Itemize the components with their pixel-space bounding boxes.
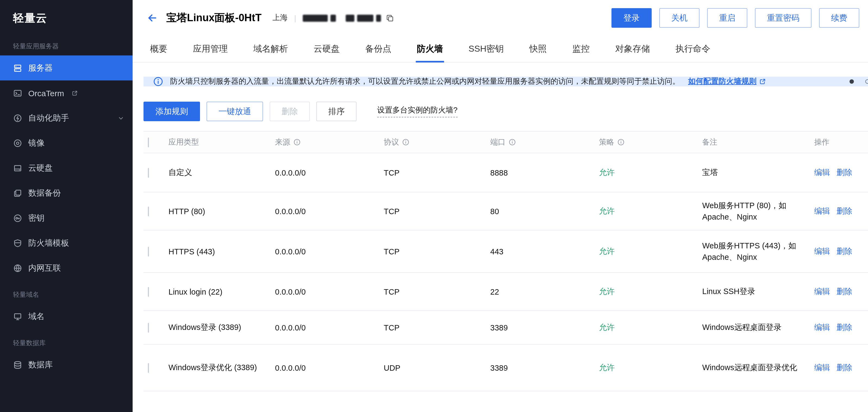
main-panel: 宝塔Linux面板-0HtT 上海 | 登录 关机 重启 重置密码 续费 概要 …	[133, 0, 868, 412]
rules-toolbar: 添加规则 一键放通 删除 排序 设置多台实例的防火墙?	[144, 102, 868, 121]
col-label: 操作	[814, 137, 829, 147]
sidebar-item-cloud-disk[interactable]: 云硬盘	[0, 155, 133, 181]
cell-port: 22	[490, 273, 599, 311]
sidebar-item-automation-assistant[interactable]: 自动化助手	[0, 105, 133, 130]
delete-link[interactable]: 删除	[836, 168, 852, 177]
back-button[interactable]	[147, 12, 158, 23]
sidebar-item-label: 密钥	[28, 213, 44, 223]
server-icon	[13, 63, 22, 72]
cell-remark: Windows远程桌面登录优化	[702, 344, 814, 391]
cell-protocol: TCP	[384, 273, 490, 311]
table-header-row: 应用类型 来源 协议 端口 策略 备注 操作	[144, 131, 868, 153]
cell-remark: 宝塔	[702, 153, 814, 192]
edit-link[interactable]: 编辑	[814, 287, 830, 296]
row-checkbox[interactable]	[148, 363, 149, 373]
sidebar-item-database[interactable]: 数据库	[0, 352, 133, 377]
disk-icon	[13, 163, 22, 172]
sidebar-item-data-backup[interactable]: 数据备份	[0, 181, 133, 205]
delete-link[interactable]: 删除	[836, 247, 852, 255]
edit-link[interactable]: 编辑	[814, 323, 830, 331]
sidebar-item-intranet-connect[interactable]: 内网互联	[0, 255, 133, 281]
table-row: Linux login (22) 0.0.0.0/0 TCP 22 允许 Lin…	[144, 273, 868, 311]
sidebar-item-domains[interactable]: 域名	[0, 304, 133, 329]
firewall-rules-table: 应用类型 来源 协议 端口 策略 备注 操作 自定义	[144, 131, 868, 412]
delete-button[interactable]: 删除	[270, 102, 310, 121]
firewall-rules-help-link[interactable]: 如何配置防火墙规则	[688, 76, 766, 87]
login-button[interactable]: 登录	[612, 8, 652, 28]
sidebar-item-ssh-keys[interactable]: 密钥	[0, 205, 133, 230]
app-window: 轻量云 轻量应用服务器 服务器 OrcaTerm 自动化助手	[0, 0, 868, 412]
carousel-dot-active[interactable]	[849, 80, 854, 84]
sidebar-section-domains: 轻量域名	[0, 281, 133, 304]
chevron-down-icon	[118, 115, 124, 121]
tab-snapshot[interactable]: 快照	[528, 36, 548, 63]
sidebar-item-label: 镜像	[28, 138, 44, 148]
sidebar-item-firewall-templates[interactable]: 防火墙模板	[0, 230, 133, 255]
row-checkbox[interactable]	[148, 323, 149, 332]
tab-firewall[interactable]: 防火墙	[416, 36, 444, 63]
tab-domain-resolution[interactable]: 域名解析	[252, 36, 289, 63]
allow-all-button[interactable]: 一键放通	[207, 102, 263, 121]
tab-ssh-key[interactable]: SSH密钥	[467, 36, 505, 63]
sidebar-item-server[interactable]: 服务器	[0, 56, 133, 81]
table-row: Windows登录优化 (3389) 0.0.0.0/0 UDP 3389 允许…	[144, 344, 868, 391]
delete-link[interactable]: 删除	[836, 363, 852, 372]
cell-port: 3389	[490, 344, 599, 391]
tab-app-management[interactable]: 应用管理	[192, 36, 229, 63]
edit-link[interactable]: 编辑	[814, 207, 830, 215]
sidebar-item-images[interactable]: 镜像	[0, 130, 133, 155]
sidebar-item-label: 数据库	[28, 359, 53, 370]
carousel-dot[interactable]	[865, 80, 868, 84]
tab-monitoring[interactable]: 监控	[571, 36, 591, 63]
copy-icon[interactable]	[386, 14, 394, 22]
row-checkbox[interactable]	[148, 247, 149, 256]
col-operation: 操作	[814, 131, 868, 153]
brand-title: 轻量云	[0, 0, 133, 32]
edit-link[interactable]: 编辑	[814, 363, 830, 372]
info-icon	[153, 76, 163, 87]
table-row-partial	[144, 391, 868, 412]
tab-object-storage[interactable]: 对象存储	[614, 36, 651, 63]
delete-link[interactable]: 删除	[836, 323, 852, 331]
sidebar: 轻量云 轻量应用服务器 服务器 OrcaTerm 自动化助手	[0, 0, 133, 412]
col-port: 端口	[490, 131, 599, 153]
instance-title: 宝塔Linux面板-0HtT	[166, 11, 261, 25]
add-rule-button[interactable]: 添加规则	[144, 102, 200, 121]
cell-protocol: TCP	[384, 153, 490, 192]
policy-badge: 允许	[599, 207, 615, 215]
info-icon[interactable]	[617, 138, 624, 146]
info-icon[interactable]	[402, 138, 409, 146]
cell-app-type: Windows登录优化 (3389)	[168, 344, 275, 391]
sort-button[interactable]: 排序	[316, 102, 356, 121]
policy-badge: 允许	[599, 247, 615, 255]
row-checkbox[interactable]	[148, 206, 149, 216]
col-protocol: 协议	[384, 131, 490, 153]
col-label: 协议	[384, 137, 399, 147]
reset-password-button[interactable]: 重置密码	[755, 8, 811, 28]
renew-button[interactable]: 续费	[819, 8, 859, 28]
row-checkbox[interactable]	[148, 168, 149, 178]
tab-backup-point[interactable]: 备份点	[364, 36, 393, 63]
sidebar-item-orcaterm[interactable]: OrcaTerm	[0, 81, 133, 105]
col-label: 端口	[490, 137, 505, 147]
multi-instance-firewall-link[interactable]: 设置多台实例的防火墙?	[377, 105, 458, 118]
edit-link[interactable]: 编辑	[814, 247, 830, 255]
row-checkbox[interactable]	[148, 287, 149, 296]
tab-run-command[interactable]: 执行命令	[675, 36, 711, 63]
shutdown-button[interactable]: 关机	[659, 8, 700, 28]
instance-actions: 登录 关机 重启 重置密码 续费	[612, 8, 859, 28]
tab-cloud-disk[interactable]: 云硬盘	[312, 36, 341, 63]
cell-port: 443	[490, 230, 599, 273]
tab-overview[interactable]: 概要	[149, 36, 168, 63]
instance-header: 宝塔Linux面板-0HtT 上海 | 登录 关机 重启 重置密码 续费	[133, 0, 868, 36]
restart-button[interactable]: 重启	[707, 8, 747, 28]
sidebar-item-label: 域名	[28, 311, 44, 321]
edit-link[interactable]: 编辑	[814, 168, 830, 177]
select-all-checkbox[interactable]	[148, 137, 149, 147]
table-row: Windows登录 (3389) 0.0.0.0/0 TCP 3389 允许 W…	[144, 311, 868, 344]
delete-link[interactable]: 删除	[836, 207, 852, 215]
info-icon[interactable]	[293, 138, 301, 146]
delete-link[interactable]: 删除	[836, 287, 852, 296]
info-icon[interactable]	[509, 138, 516, 146]
sidebar-item-label: 内网互联	[28, 263, 61, 273]
